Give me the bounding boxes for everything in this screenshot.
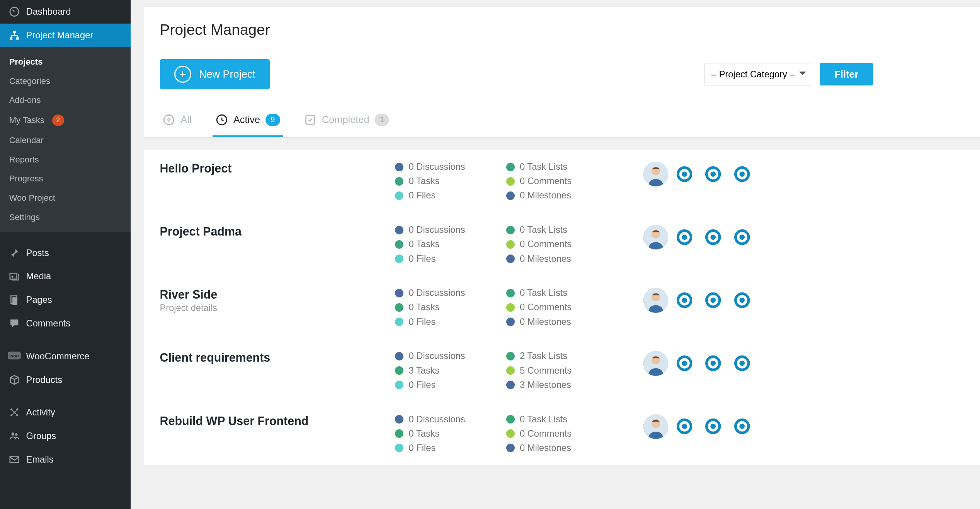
- nav-item-emails[interactable]: Emails: [0, 448, 131, 471]
- new-project-label: New Project: [199, 68, 255, 80]
- svg-point-39: [682, 235, 687, 240]
- sidebar-sub-add-ons[interactable]: Add-ons: [0, 91, 131, 110]
- nav-label: Posts: [26, 248, 49, 258]
- sidebar-sub-categories[interactable]: Categories: [0, 72, 131, 91]
- user-avatar[interactable]: [672, 162, 697, 186]
- user-avatar[interactable]: [643, 414, 668, 439]
- dot-icon: [506, 366, 515, 375]
- stat-tasks: 0 Tasks: [395, 429, 493, 439]
- nav-item-project-manager[interactable]: Project Manager: [0, 24, 131, 47]
- nav-item-activity[interactable]: Activity: [0, 401, 131, 424]
- woo-icon: woo: [8, 350, 21, 363]
- svg-rect-1: [13, 31, 16, 33]
- filter-button[interactable]: Filter: [820, 63, 873, 85]
- svg-point-15: [12, 432, 15, 436]
- stat-discussions: 0 Discussions: [395, 162, 493, 172]
- nav-item-comments[interactable]: Comments: [0, 312, 131, 335]
- sidebar-sub-calendar[interactable]: Calendar: [0, 131, 131, 150]
- tab-all[interactable]: All: [160, 104, 194, 137]
- user-avatar[interactable]: [730, 351, 754, 376]
- sidebar-sub-my-tasks[interactable]: My Tasks2: [0, 110, 131, 131]
- svg-rect-4: [10, 273, 17, 279]
- user-avatar[interactable]: [730, 288, 754, 313]
- sidebar-sub-reports[interactable]: Reports: [0, 150, 131, 169]
- nav-item-dashboard[interactable]: Dashboard: [0, 0, 131, 24]
- nav-item-groups[interactable]: Groups: [0, 424, 131, 448]
- project-subtitle: Project details: [160, 303, 395, 313]
- dot-icon: [506, 226, 515, 234]
- user-avatar[interactable]: [730, 162, 754, 186]
- project-row[interactable]: Project Padma0 Discussions0 Task Lists0 …: [144, 213, 980, 276]
- svg-point-31: [682, 171, 687, 177]
- user-avatar[interactable]: [643, 162, 668, 186]
- nav-item-woocommerce[interactable]: wooWooCommerce: [0, 345, 131, 368]
- svg-rect-3: [16, 37, 19, 39]
- completed-count-badge: 1: [374, 114, 389, 126]
- nav-item-pages[interactable]: Pages: [0, 288, 131, 312]
- project-avatars: [643, 351, 754, 376]
- user-avatar[interactable]: [643, 351, 668, 376]
- user-avatar[interactable]: [730, 225, 754, 249]
- dot-icon: [506, 163, 515, 171]
- svg-point-67: [739, 424, 745, 429]
- user-avatar[interactable]: [643, 225, 668, 249]
- svg-point-35: [739, 171, 745, 177]
- dot-icon: [395, 177, 403, 186]
- stat-tasks: 0 Tasks: [395, 239, 493, 249]
- new-project-button[interactable]: + New Project: [160, 59, 270, 89]
- user-avatar[interactable]: [701, 288, 725, 313]
- dot-icon: [506, 318, 515, 326]
- dot-icon: [506, 303, 515, 312]
- project-avatars: [643, 225, 754, 249]
- svg-point-41: [711, 235, 716, 240]
- project-panel: Project Manager + New Project – Project …: [144, 7, 980, 138]
- media-icon: [8, 270, 21, 283]
- nav-item-posts[interactable]: Posts: [0, 241, 131, 265]
- user-avatar[interactable]: [672, 288, 697, 313]
- project-category-select[interactable]: – Project Category –: [704, 63, 812, 85]
- stat-comments: 0 Comments: [506, 239, 604, 249]
- dot-icon: [395, 226, 403, 234]
- pages-icon: [8, 294, 21, 307]
- tab-completed[interactable]: Completed 1: [301, 104, 392, 137]
- project-title: Rebuild WP User Frontend: [160, 414, 395, 428]
- nav-item-products[interactable]: Products: [0, 368, 131, 392]
- sidebar-sub-progress[interactable]: Progress: [0, 169, 131, 189]
- tab-active[interactable]: Active 9: [213, 104, 283, 137]
- user-avatar[interactable]: [672, 414, 697, 439]
- main-content: Project Manager + New Project – Project …: [131, 0, 980, 509]
- project-row[interactable]: River SideProject details0 Discussions0 …: [144, 276, 980, 339]
- pin-icon: [8, 246, 21, 260]
- user-avatar[interactable]: [701, 351, 725, 376]
- email-icon: [8, 453, 21, 466]
- check-icon: [304, 113, 317, 126]
- activity-icon: [8, 406, 21, 419]
- svg-point-18: [164, 115, 174, 125]
- user-avatar[interactable]: [643, 288, 668, 313]
- user-avatar[interactable]: [701, 162, 725, 186]
- sidebar-sub-projects[interactable]: Projects: [0, 52, 131, 72]
- user-avatar[interactable]: [672, 225, 697, 249]
- nav-label: Pages: [26, 295, 52, 305]
- nav-item-media[interactable]: Media: [0, 265, 131, 289]
- stat-milestones: 3 Milestones: [506, 380, 604, 390]
- project-row[interactable]: Rebuild WP User Frontend0 Discussions0 T…: [144, 402, 980, 465]
- user-avatar[interactable]: [701, 414, 725, 439]
- dot-icon: [395, 289, 403, 297]
- dot-icon: [395, 303, 403, 312]
- project-row[interactable]: Hello Project0 Discussions0 Task Lists0 …: [144, 150, 980, 213]
- sidebar-sub-woo-project[interactable]: Woo Project: [0, 188, 131, 208]
- stat-milestones: 0 Milestones: [506, 190, 604, 201]
- dot-icon: [506, 191, 515, 200]
- nav-label: Media: [26, 271, 51, 282]
- stat-tasklists: 0 Task Lists: [506, 162, 604, 172]
- project-row[interactable]: Client requirements0 Discussions2 Task L…: [144, 339, 980, 402]
- user-avatar[interactable]: [672, 351, 697, 376]
- svg-rect-2: [10, 37, 12, 39]
- svg-text:woo: woo: [9, 354, 19, 359]
- sidebar-sub-settings[interactable]: Settings: [0, 208, 131, 227]
- project-title: River Side: [160, 288, 395, 301]
- project-title: Client requirements: [160, 351, 395, 364]
- user-avatar[interactable]: [730, 414, 754, 439]
- user-avatar[interactable]: [701, 225, 725, 249]
